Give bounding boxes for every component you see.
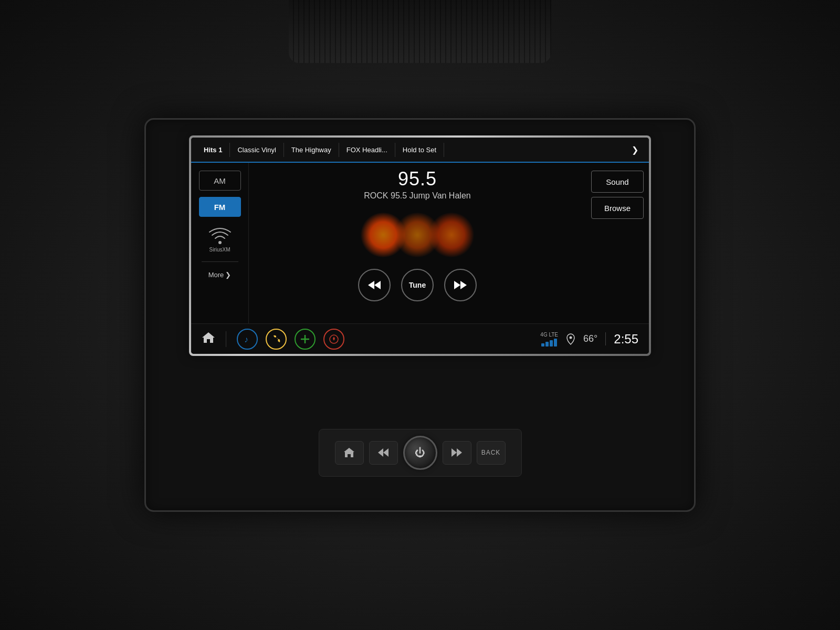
phone-nav-icon[interactable] [266, 329, 287, 350]
preset-more-button[interactable]: ❯ [626, 145, 644, 155]
right-sidebar: Sound Browse [586, 163, 649, 323]
siriusxm-button[interactable]: SiriusXM [208, 226, 232, 253]
main-content: AM FM [191, 163, 649, 323]
lte-bar-4 [554, 339, 557, 346]
transport-controls: Tune [358, 269, 477, 301]
top-vent [289, 0, 551, 63]
status-bar: ♪ [191, 323, 649, 354]
lte-bars [541, 339, 557, 346]
preset-tab-hits1[interactable]: Hits 1 [196, 143, 230, 157]
svg-text:♪: ♪ [244, 335, 248, 344]
left-sidebar: AM FM [191, 163, 249, 323]
lte-bar-2 [545, 342, 549, 346]
preset-tab-hold[interactable]: Hold to Set [395, 143, 444, 157]
sidebar-divider [202, 261, 238, 262]
home-nav-icon[interactable] [202, 331, 215, 347]
svg-point-0 [218, 241, 222, 244]
svg-marker-1 [368, 281, 374, 289]
nav-divider-1 [226, 331, 226, 347]
svg-marker-2 [374, 281, 381, 289]
physical-button-group: ⏻ BACK [319, 429, 522, 477]
location-icon [566, 333, 575, 345]
svg-marker-12 [383, 448, 388, 457]
browse-button[interactable]: Browse [591, 197, 644, 219]
lte-label: 4G LTE [540, 332, 558, 338]
fm-button[interactable]: FM [199, 197, 241, 217]
station-name: ROCK 95.5 Jump Van Halen [364, 191, 470, 201]
preset-tab-highway[interactable]: The Highway [284, 143, 339, 157]
siriusxm-label: SiriusXM [209, 247, 230, 253]
more-button[interactable]: More ❯ [208, 271, 232, 279]
temperature-display: 66° [583, 333, 597, 344]
navigation-nav-icon[interactable] [295, 329, 316, 350]
rewind-button[interactable] [358, 269, 391, 301]
preset-bar: Hits 1 Classic Vinyl The Highway FOX Hea… [191, 138, 649, 163]
sound-button[interactable]: Sound [591, 171, 644, 193]
preset-tab-fox[interactable]: FOX Headli... [339, 143, 395, 157]
car-background: Hits 1 Classic Vinyl The Highway FOX Hea… [0, 0, 840, 630]
center-content: 95.5 ROCK 95.5 Jump Van Halen [249, 163, 586, 323]
tune-button[interactable]: Tune [401, 269, 434, 301]
physical-rewind-button[interactable] [369, 441, 398, 465]
svg-marker-5 [202, 332, 215, 343]
svg-marker-11 [378, 448, 383, 457]
am-button[interactable]: AM [199, 171, 241, 191]
station-frequency: 95.5 [364, 168, 470, 190]
svg-marker-13 [452, 448, 457, 457]
screen-bezel: Hits 1 Classic Vinyl The Highway FOX Hea… [189, 135, 651, 356]
vent-grille [289, 0, 551, 63]
lte-bar-3 [550, 340, 553, 346]
physical-back-button[interactable]: BACK [477, 441, 506, 465]
album-glow-right [428, 213, 475, 257]
svg-marker-10 [344, 448, 354, 457]
siriusxm-icon [208, 226, 232, 246]
screen: Hits 1 Classic Vinyl The Highway FOX Hea… [191, 138, 649, 354]
svg-point-9 [570, 336, 572, 339]
onstar-nav-icon[interactable] [323, 329, 344, 350]
svg-marker-4 [460, 281, 467, 289]
music-nav-icon[interactable]: ♪ [237, 329, 258, 350]
physical-home-button[interactable] [335, 441, 364, 465]
back-label: BACK [481, 449, 501, 456]
lte-bar-1 [541, 343, 544, 346]
preset-tab-classic-vinyl[interactable]: Classic Vinyl [230, 143, 284, 157]
svg-marker-3 [454, 281, 460, 289]
station-display: 95.5 ROCK 95.5 Jump Van Halen [364, 168, 470, 201]
forward-button[interactable] [444, 269, 477, 301]
power-knob[interactable]: ⏻ [403, 436, 437, 470]
physical-controls: ⏻ BACK [236, 426, 604, 479]
status-right: 4G LTE 66° [540, 332, 638, 346]
lte-info: 4G LTE [540, 332, 558, 346]
svg-marker-14 [457, 448, 462, 457]
physical-forward-button[interactable] [443, 441, 471, 465]
album-art [344, 206, 491, 264]
power-icon: ⏻ [415, 447, 425, 459]
time-display: 2:55 [614, 332, 638, 346]
status-divider [605, 332, 606, 345]
infotainment-unit: Hits 1 Classic Vinyl The Highway FOX Hea… [144, 118, 696, 512]
nav-icons: ♪ [202, 329, 344, 350]
